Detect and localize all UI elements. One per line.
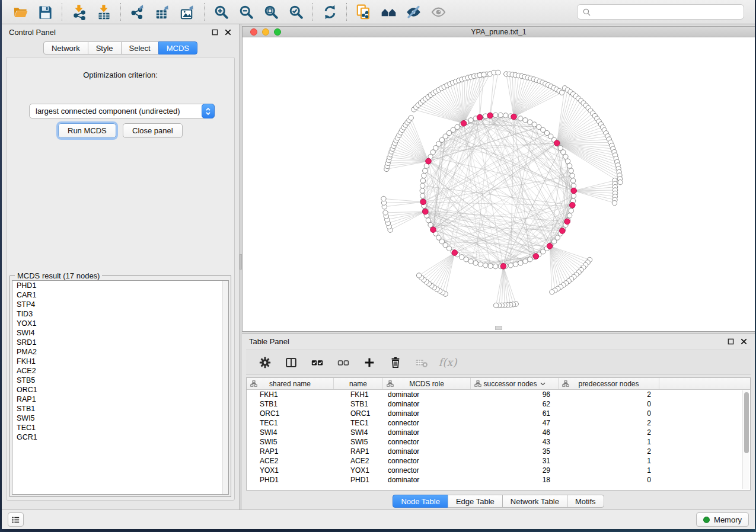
tab-node-table[interactable]: Node Table [393, 495, 448, 508]
gear-icon [259, 356, 272, 369]
close-panel-button[interactable]: Close panel [123, 123, 183, 138]
table-row[interactable]: FKH1FKH1dominator962 [247, 390, 750, 399]
import-network-button[interactable] [66, 2, 91, 22]
table-row[interactable]: SWI5SWI5connector431 [247, 437, 750, 447]
show-panels-button[interactable] [8, 512, 24, 527]
tab-style[interactable]: Style [88, 41, 122, 55]
columns-button[interactable] [284, 355, 298, 370]
table-row[interactable]: PHD1PHD1dominator180 [247, 475, 750, 485]
tab-mcds[interactable]: MCDS [158, 41, 197, 55]
import-table-button[interactable] [91, 2, 116, 22]
mcds-result-title: MCDS result (17 nodes) [15, 271, 102, 280]
mcds-result-group: MCDS result (17 nodes) PHD1CAR1STP4TID3Y… [9, 275, 231, 497]
network-window-titlebar[interactable]: YPA_prune.txt_1 [243, 27, 755, 37]
table-cell: ORC1 [247, 409, 334, 418]
tab-network[interactable]: Network [43, 41, 88, 55]
hide-selected-button[interactable] [401, 2, 426, 22]
updown-chevrons-icon [205, 107, 211, 116]
run-mcds-button[interactable]: Run MCDS [58, 123, 116, 138]
save-button[interactable] [33, 2, 58, 22]
table-row[interactable]: SWI4SWI4dominator462 [247, 428, 750, 437]
list-item[interactable]: SWI5 [12, 414, 228, 423]
column-header-shared-name[interactable]: shared name [247, 378, 334, 389]
list-item[interactable]: CAR1 [12, 290, 228, 300]
column-header-successor-nodes[interactable]: successor nodes [471, 378, 559, 389]
tab-select[interactable]: Select [121, 41, 159, 55]
search-input[interactable] [595, 8, 739, 17]
open-button[interactable] [8, 2, 33, 22]
memory-label: Memory [714, 515, 742, 524]
column-header-predecessor-nodes[interactable]: predecessor nodes [559, 378, 659, 389]
horizontal-splitter-grip[interactable] [495, 326, 502, 330]
network-canvas[interactable] [243, 37, 755, 331]
scrollbar-thumb[interactable] [744, 392, 749, 453]
refresh-button[interactable] [317, 2, 342, 22]
network-graph[interactable] [243, 37, 755, 331]
list-item[interactable]: RAP1 [12, 395, 228, 404]
select-stepper[interactable] [202, 104, 215, 118]
mcds-result-list[interactable]: PHD1CAR1STP4TID3YOX1SWI4SRD1PMA2FKH1ACE2… [12, 280, 229, 495]
table-row[interactable]: ACE2ACE2connector311 [247, 456, 750, 466]
search-box[interactable] [577, 4, 744, 20]
table-row[interactable]: ORC1ORC1dominator610 [247, 409, 750, 418]
select-all-button[interactable] [310, 355, 324, 370]
list-item[interactable]: ORC1 [12, 385, 228, 395]
trash-button[interactable] [388, 355, 403, 370]
export-network-button[interactable] [125, 2, 150, 22]
toolbar-separator [120, 3, 121, 21]
list-item[interactable]: STB1 [12, 404, 228, 414]
tab-motifs[interactable]: Motifs [567, 495, 604, 508]
list-item[interactable]: FKH1 [12, 357, 228, 366]
result-list-scrollbar[interactable] [222, 281, 228, 494]
show-all-button[interactable] [426, 2, 451, 22]
table-scrollbar[interactable] [742, 390, 749, 489]
first-neighbors-button[interactable] [376, 2, 401, 22]
add-button[interactable] [362, 355, 377, 370]
fx-button: f(x) [441, 355, 455, 370]
zoom-fit-button[interactable] [259, 2, 283, 22]
control-panel-close-button[interactable] [224, 28, 232, 36]
column-header-MCDS-role[interactable]: MCDS role [383, 378, 471, 389]
table-row[interactable]: RAP1RAP1dominator352 [247, 447, 750, 456]
zoom-in-button[interactable] [209, 2, 234, 22]
list-item[interactable]: SRD1 [12, 338, 228, 347]
list-item[interactable]: YOX1 [12, 319, 228, 328]
zoom-selected-button[interactable] [283, 2, 308, 22]
tab-network-table[interactable]: Network Table [502, 495, 567, 508]
control-panel-float-button[interactable] [211, 28, 219, 36]
list-item[interactable]: PMA2 [12, 347, 228, 357]
zoom-out-button[interactable] [234, 2, 259, 22]
table-row[interactable]: STB1STB1dominator620 [247, 399, 750, 409]
list-item[interactable]: STB5 [12, 376, 228, 385]
table-cell: YOX1 [334, 466, 383, 475]
mcds-tab-content: Optimization criterion: largest connecte… [6, 57, 235, 501]
list-item[interactable]: SWI4 [12, 328, 228, 338]
list-item[interactable]: GCR1 [12, 432, 228, 442]
export-image-button[interactable] [175, 2, 200, 22]
list-item[interactable]: STP4 [12, 300, 228, 309]
optimization-criterion-select[interactable]: largest connected component (undirected) [29, 104, 215, 118]
list-item[interactable]: ACE2 [12, 366, 228, 376]
table-panel-float-button[interactable] [727, 338, 735, 345]
deselect-all-icon [337, 356, 350, 369]
gear-button[interactable] [258, 355, 272, 370]
tab-edge-table[interactable]: Edge Table [448, 495, 503, 508]
table-row[interactable]: TEC1TEC1connector472 [247, 418, 750, 428]
control-panel-header: Control Panel [2, 24, 239, 40]
export-table-button[interactable] [150, 2, 175, 22]
network-from-selection-button[interactable] [351, 2, 376, 22]
table-hierarchy-icon [562, 380, 569, 387]
export-network-icon [130, 4, 146, 20]
table-row[interactable]: YOX1YOX1connector291 [247, 466, 750, 475]
table-cell: 0 [559, 475, 659, 485]
splitter-grip[interactable] [240, 254, 242, 270]
network-window-title: YPA_prune.txt_1 [243, 28, 755, 36]
table-cell: 0 [559, 409, 659, 418]
list-item[interactable]: TID3 [12, 309, 228, 319]
list-item[interactable]: PHD1 [12, 281, 228, 290]
list-item[interactable]: TEC1 [12, 423, 228, 432]
column-header-name[interactable]: name [334, 378, 383, 389]
memory-button[interactable]: Memory [696, 512, 749, 527]
table-panel-close-button[interactable] [740, 338, 748, 345]
deselect-all-button[interactable] [336, 355, 350, 370]
